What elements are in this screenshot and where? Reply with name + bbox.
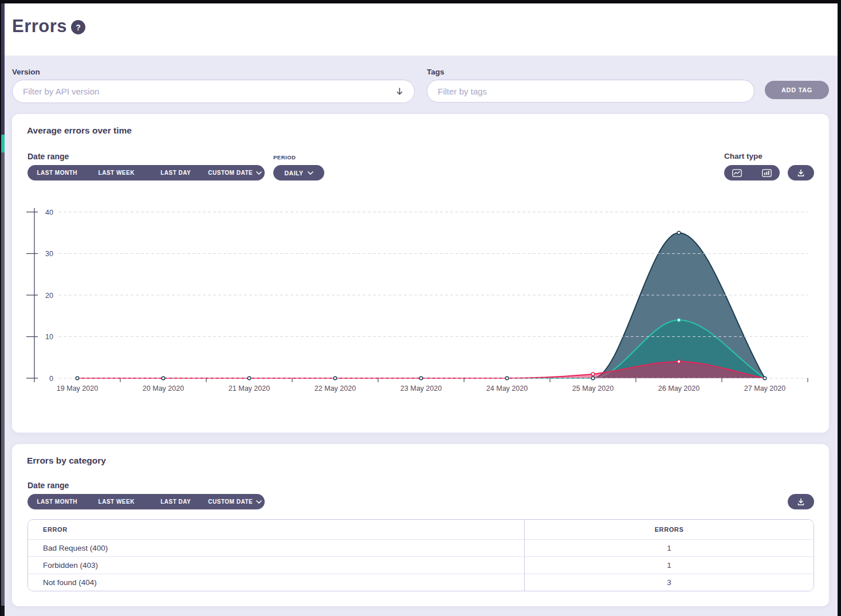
period-label: PERIOD	[273, 154, 296, 160]
last-day-button[interactable]: LAST DAY	[146, 165, 206, 181]
download-icon	[797, 169, 805, 177]
date-range-label: Date range	[27, 481, 69, 490]
period-select[interactable]: DAILY	[273, 165, 324, 181]
collapsed-sidebar-strip	[1, 3, 5, 616]
x-tick-label: 24 May 2020	[486, 384, 528, 393]
window-frame-right	[838, 0, 841, 616]
x-tick-label: 19 May 2020	[57, 384, 98, 393]
chevron-down-icon	[256, 171, 262, 175]
page-title: Errors	[12, 16, 67, 37]
category-card-title: Errors by category	[27, 456, 106, 466]
x-tick-label: 22 May 2020	[315, 384, 356, 393]
chevron-down-icon	[308, 171, 313, 175]
errors-by-category-table: ERROR ERRORS Bad Request (400) 1 Forbidd…	[27, 519, 814, 591]
sidebar-strip-end	[1, 606, 5, 616]
table-row-error-count: 1	[524, 539, 814, 556]
sidebar-strip-bottom	[1, 152, 5, 606]
download-icon	[797, 498, 805, 506]
errors-over-time-chart: 01020304019 May 202020 May 202021 May 20…	[23, 203, 814, 398]
last-month-button[interactable]: LAST MONTH	[27, 494, 87, 509]
version-input[interactable]	[23, 87, 395, 96]
data-point	[677, 319, 681, 322]
errors-by-category-card: Errors by category Date range LAST MONTH…	[12, 444, 829, 606]
table-row-error-count: 1	[524, 556, 814, 574]
add-tag-button[interactable]: ADD TAG	[765, 81, 829, 99]
window-frame-top	[0, 0, 841, 3]
arrow-down-icon[interactable]	[395, 87, 404, 96]
data-point	[419, 376, 423, 380]
data-point	[677, 360, 681, 363]
table-row-error-name: Not found (404)	[28, 574, 524, 591]
date-range-segmented: LAST MONTH LAST WEEK LAST DAY CUSTOM DAT…	[27, 494, 265, 509]
download-chart-button[interactable]	[788, 165, 814, 181]
page-header: Errors ?	[5, 3, 838, 56]
line-chart-type-button[interactable]	[724, 165, 750, 181]
date-range-segmented: LAST MONTH LAST WEEK LAST DAY CUSTOM DAT…	[27, 165, 265, 181]
chart-type-label: Chart type	[724, 152, 763, 160]
help-icon[interactable]: ?	[71, 20, 85, 34]
window-frame-left	[0, 0, 1, 616]
tags-label: Tags	[427, 68, 445, 76]
line-chart-icon	[732, 169, 742, 177]
column-header-error: ERROR	[28, 520, 524, 539]
last-week-button[interactable]: LAST WEEK	[87, 494, 147, 509]
x-tick-label: 21 May 2020	[229, 384, 270, 393]
chevron-down-icon	[256, 500, 262, 504]
sidebar-strip-top	[1, 3, 5, 135]
table-row-error-name: Bad Request (400)	[28, 539, 524, 556]
bar-chart-type-button[interactable]	[754, 165, 780, 181]
data-point	[247, 376, 251, 380]
errors-red-area	[77, 362, 765, 378]
column-header-errors: ERRORS	[524, 520, 814, 539]
bar-chart-icon	[762, 169, 772, 177]
y-tick-label: 0	[49, 375, 53, 383]
last-month-button[interactable]: LAST MONTH	[27, 165, 87, 181]
data-point	[763, 376, 767, 380]
x-tick-label: 26 May 2020	[658, 384, 699, 393]
data-point	[505, 376, 509, 380]
version-label: Version	[12, 68, 40, 76]
data-point	[333, 376, 337, 380]
date-range-label: Date range	[27, 152, 69, 161]
data-point	[76, 376, 79, 380]
chart-card-title: Average errors over time	[27, 125, 132, 136]
data-point	[677, 231, 681, 234]
data-point	[162, 376, 165, 380]
y-tick-label: 40	[45, 209, 53, 217]
custom-date-button[interactable]: CUSTOM DATE	[206, 165, 265, 181]
y-tick-label: 30	[45, 250, 53, 258]
x-tick-label: 20 May 2020	[143, 384, 184, 393]
download-table-button[interactable]	[788, 494, 814, 509]
custom-date-button[interactable]: CUSTOM DATE	[206, 494, 265, 509]
chart-svg: 01020304019 May 202020 May 202021 May 20…	[23, 203, 814, 398]
version-filter-field[interactable]	[12, 80, 415, 103]
table-row-error-count: 3	[524, 574, 814, 591]
chart-type-toggle	[724, 165, 780, 181]
data-point	[591, 372, 595, 376]
x-tick-label: 27 May 2020	[744, 384, 785, 393]
y-tick-label: 10	[45, 333, 53, 341]
tags-input[interactable]	[438, 87, 744, 96]
sidebar-active-indicator	[1, 135, 5, 152]
x-tick-label: 25 May 2020	[572, 384, 614, 393]
x-tick-label: 23 May 2020	[400, 384, 442, 393]
last-week-button[interactable]: LAST WEEK	[87, 165, 147, 181]
data-point	[591, 376, 595, 380]
y-tick-label: 20	[45, 292, 53, 300]
table-row-error-name: Forbidden (403)	[28, 556, 524, 574]
tags-filter-field[interactable]	[427, 80, 754, 103]
errors-over-time-card: Average errors over time Date range LAST…	[12, 114, 829, 433]
last-day-button[interactable]: LAST DAY	[146, 494, 206, 509]
